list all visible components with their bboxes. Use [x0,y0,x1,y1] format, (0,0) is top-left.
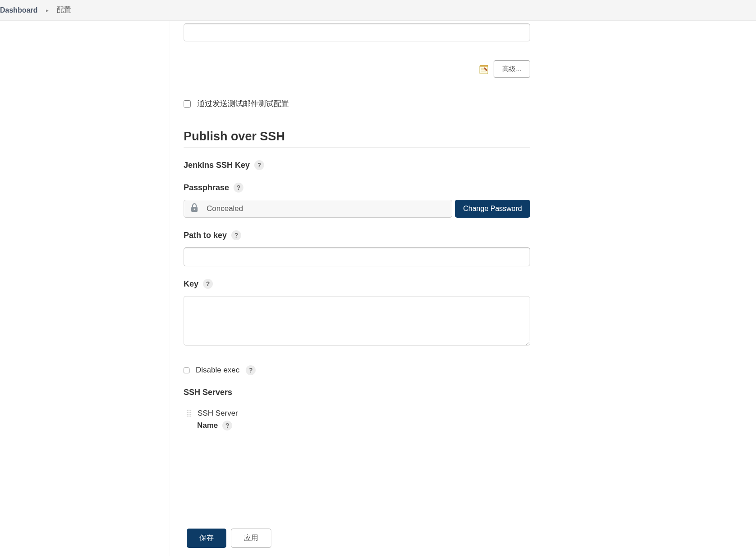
sidebar [0,21,170,556]
ssh-server-name-label: Name [197,421,218,430]
svg-point-13 [187,414,188,415]
svg-point-8 [189,410,189,411]
test-email-checkbox[interactable] [184,100,191,108]
section-heading-publish-ssh: Publish over SSH [184,130,530,148]
change-password-button[interactable]: Change Password [455,200,530,218]
help-icon[interactable]: ? [234,183,243,193]
apply-button[interactable]: 应用 [231,529,271,548]
advanced-button[interactable]: 高级... [494,60,530,78]
disable-exec-row[interactable]: Disable exec ? [184,365,530,375]
test-email-label: 通过发送测试邮件测试配置 [197,99,289,109]
passphrase-label: Passphrase [184,183,229,193]
jenkins-ssh-key-label: Jenkins SSH Key [184,161,250,170]
svg-point-7 [187,410,188,411]
breadcrumb-current[interactable]: 配置 [57,5,71,15]
key-textarea[interactable] [184,296,530,345]
breadcrumb-dashboard[interactable]: Dashboard [0,6,38,14]
help-icon[interactable]: ? [254,160,264,170]
path-to-key-label: Path to key [184,231,227,240]
path-to-key-input[interactable] [184,247,530,266]
svg-point-16 [187,416,188,417]
test-email-checkbox-row[interactable]: 通过发送测试邮件测试配置 [184,99,530,109]
svg-point-17 [189,416,189,417]
help-icon[interactable]: ? [231,230,241,240]
svg-point-9 [190,410,191,411]
svg-point-18 [190,416,191,417]
svg-point-10 [187,412,188,413]
key-label: Key [184,279,198,289]
help-icon[interactable]: ? [222,421,232,430]
drag-handle-icon[interactable] [186,409,192,417]
concealed-text: Concealed [207,204,243,213]
svg-point-6 [194,209,195,210]
breadcrumb: Dashboard ▸ 配置 [0,0,756,21]
notepad-icon [478,64,489,75]
disable-exec-label: Disable exec [196,366,239,375]
svg-point-12 [190,412,191,413]
help-icon[interactable]: ? [246,365,256,375]
svg-rect-1 [480,65,488,67]
svg-point-11 [189,412,189,413]
svg-point-14 [189,414,189,415]
help-icon[interactable]: ? [203,279,213,289]
previous-input-field[interactable] [184,23,530,41]
svg-point-15 [190,414,191,415]
bottom-action-bar: 保存 应用 [171,520,756,556]
disable-exec-checkbox[interactable] [184,368,189,373]
passphrase-concealed-field: Concealed [184,200,452,218]
ssh-servers-label: SSH Servers [184,388,232,397]
chevron-right-icon: ▸ [46,7,49,13]
lock-icon [190,203,198,214]
ssh-server-item-label: SSH Server [198,409,238,418]
save-button[interactable]: 保存 [187,529,226,548]
